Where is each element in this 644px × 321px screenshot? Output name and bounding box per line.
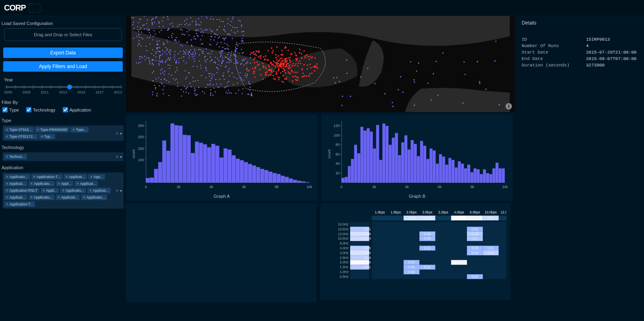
svg-point-23	[165, 47, 167, 48]
tag-remove-icon[interactable]: ×	[58, 195, 60, 199]
tag[interactable]: ×Applicatio...	[81, 195, 107, 200]
tag[interactable]: ×Applicatio...	[29, 181, 55, 186]
svg-point-195	[175, 39, 176, 40]
chevron-down-icon[interactable]: ▾	[120, 131, 122, 135]
svg-point-175	[217, 42, 218, 43]
clear-icon[interactable]: ×	[116, 131, 118, 135]
tag-remove-icon[interactable]: ×	[37, 128, 39, 132]
svg-point-520	[192, 77, 194, 78]
tag-remove-icon[interactable]: ×	[66, 175, 68, 179]
tag-remove-icon[interactable]: ×	[76, 182, 78, 186]
tag-remove-icon[interactable]: ×	[6, 155, 8, 159]
tag-remove-icon[interactable]: ×	[89, 188, 91, 193]
apply-filters-button[interactable]: Apply Filters and Load	[3, 61, 123, 72]
tag[interactable]: ×Applicat...	[87, 188, 111, 193]
tag[interactable]: ×App...	[88, 174, 105, 180]
tag-remove-icon[interactable]: ×	[6, 135, 8, 139]
tag[interactable]: ×Application-T...	[4, 201, 35, 207]
tag[interactable]: ×Typ...	[39, 134, 55, 139]
svg-point-874	[271, 64, 273, 66]
technology-multiselect[interactable]: ×Technol...×▾	[2, 152, 124, 161]
tag[interactable]: ×Applicat...	[4, 195, 27, 200]
tag-remove-icon[interactable]: ×	[6, 195, 8, 199]
tag[interactable]: ×Technol...	[4, 154, 27, 159]
export-data-button[interactable]: Export Data	[3, 48, 123, 58]
svg-point-133	[185, 54, 186, 55]
info-icon[interactable]: i	[506, 103, 512, 110]
chevron-down-icon[interactable]: ▾	[120, 155, 122, 159]
svg-point-225	[228, 33, 229, 35]
heatmap[interactable]: 1.0bps1.5bps2.0bps3.0bps3.2bps4.0bps6.0b…	[324, 207, 507, 293]
svg-point-485	[222, 50, 223, 52]
svg-point-467	[184, 51, 185, 52]
tag[interactable]: ×Appli...	[41, 188, 59, 193]
svg-point-764	[286, 63, 287, 65]
tag[interactable]: ×Type-P8W08450	[35, 127, 69, 133]
map-panel[interactable]: i	[126, 16, 515, 112]
graph-a[interactable]: 10015020025002k4k6k8k10kcount	[130, 118, 314, 190]
tag-remove-icon[interactable]: ×	[41, 135, 43, 139]
svg-text:60: 60	[335, 152, 339, 156]
svg-point-17	[184, 24, 186, 25]
svg-point-203	[131, 17, 132, 19]
svg-point-792	[306, 54, 308, 56]
tag[interactable]: ×Applicatio...	[60, 188, 86, 193]
tag-remove-icon[interactable]: ×	[90, 175, 92, 179]
map-canvas[interactable]	[126, 16, 515, 112]
detail-value: 3273900	[586, 63, 638, 68]
tag[interactable]: ×Applicati...	[56, 195, 80, 200]
tag[interactable]: ×Type...	[70, 127, 89, 133]
tag[interactable]: ×Application-RSLT	[4, 188, 39, 193]
detail-value: 2015-09-07T07:00:00	[586, 56, 638, 61]
tag[interactable]: ×Applicat...	[74, 181, 98, 186]
svg-point-675	[247, 61, 248, 63]
filter-checkbox-application[interactable]: Application	[63, 107, 91, 112]
tag-remove-icon[interactable]: ×	[58, 182, 60, 186]
svg-point-88	[149, 43, 151, 45]
tag[interactable]: ×Applicat...	[64, 174, 87, 180]
svg-rect-934	[211, 144, 215, 182]
tag-remove-icon[interactable]: ×	[6, 182, 8, 186]
clear-icon[interactable]: ×	[116, 155, 118, 159]
svg-point-382	[250, 84, 251, 85]
graph-b[interactable]: 2040608010012002k4k6k8k10kcount	[326, 118, 509, 190]
tag-remove-icon[interactable]: ×	[6, 175, 8, 179]
tag-remove-icon[interactable]: ×	[31, 182, 33, 186]
tag-remove-icon[interactable]: ×	[6, 128, 8, 132]
svg-point-166	[152, 19, 153, 20]
tag-remove-icon[interactable]: ×	[62, 188, 64, 193]
tag[interactable]: ×Type-0T82172...	[4, 134, 38, 139]
svg-text:0: 0	[145, 185, 147, 189]
svg-point-611	[339, 81, 340, 82]
application-multiselect[interactable]: ×Applicatio...×Application-T...×Applicat…	[2, 172, 124, 209]
svg-rect-998	[401, 143, 404, 183]
tag[interactable]: ×Appl...	[56, 181, 74, 186]
tag[interactable]: ×Applicatio...	[4, 174, 30, 180]
tag[interactable]: ×Applicatio...	[29, 195, 55, 200]
svg-rect-933	[207, 147, 211, 183]
svg-point-13	[206, 17, 208, 19]
tag[interactable]: ×Applicat...	[4, 181, 27, 186]
filter-checkbox-technology[interactable]: Technology	[26, 107, 56, 112]
chevron-down-icon[interactable]: ▾	[120, 188, 122, 193]
tag-remove-icon[interactable]: ×	[31, 195, 33, 199]
tag-remove-icon[interactable]: ×	[33, 175, 35, 179]
tag-remove-icon[interactable]: ×	[43, 188, 45, 193]
svg-point-449	[213, 85, 214, 86]
tag[interactable]: ×Application-T...	[31, 174, 62, 180]
tag-remove-icon[interactable]: ×	[6, 188, 8, 193]
file-dropzone[interactable]: Drag and Drop or Select Files	[4, 28, 122, 41]
svg-rect-1020	[470, 172, 473, 182]
svg-point-809	[253, 59, 254, 60]
clear-icon[interactable]: ×	[116, 188, 118, 193]
svg-point-898	[296, 72, 298, 73]
tag-remove-icon[interactable]: ×	[72, 128, 74, 132]
type-multiselect[interactable]: ×Type-0T915...×Type-P8W08450×Type...×Typ…	[2, 125, 124, 141]
filter-checkbox-type[interactable]: Type	[2, 107, 19, 112]
year-slider[interactable]	[6, 86, 120, 88]
tag[interactable]: ×Type-0T915...	[4, 127, 34, 133]
tag-remove-icon[interactable]: ×	[83, 195, 85, 199]
tag-remove-icon[interactable]: ×	[6, 202, 8, 206]
svg-rect-945	[256, 167, 260, 182]
svg-point-412	[186, 77, 187, 78]
